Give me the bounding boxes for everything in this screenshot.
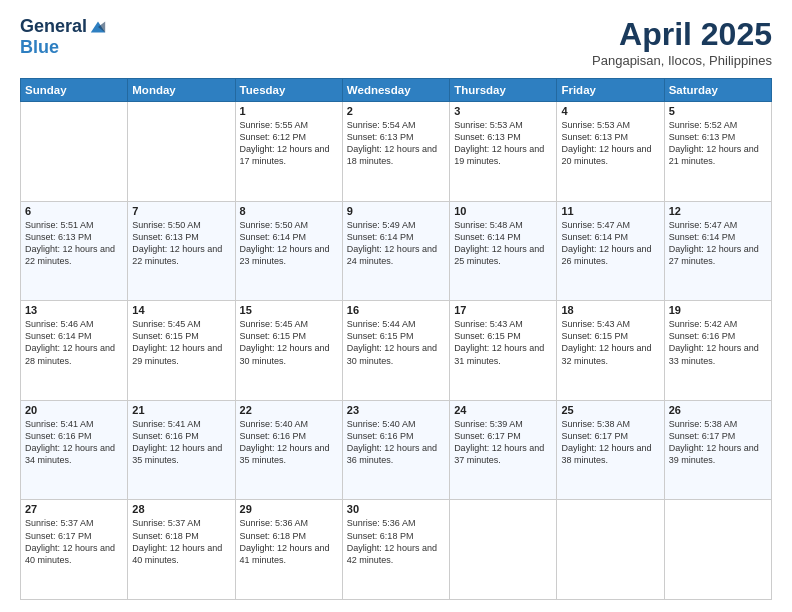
calendar-cell: 3Sunrise: 5:53 AM Sunset: 6:13 PM Daylig… — [450, 102, 557, 202]
day-number: 2 — [347, 105, 445, 117]
day-number: 21 — [132, 404, 230, 416]
day-info: Sunrise: 5:46 AM Sunset: 6:14 PM Dayligh… — [25, 318, 123, 367]
day-info: Sunrise: 5:37 AM Sunset: 6:18 PM Dayligh… — [132, 517, 230, 566]
day-number: 16 — [347, 304, 445, 316]
day-info: Sunrise: 5:42 AM Sunset: 6:16 PM Dayligh… — [669, 318, 767, 367]
calendar-cell: 28Sunrise: 5:37 AM Sunset: 6:18 PM Dayli… — [128, 500, 235, 600]
col-tuesday: Tuesday — [235, 79, 342, 102]
calendar-cell: 18Sunrise: 5:43 AM Sunset: 6:15 PM Dayli… — [557, 301, 664, 401]
day-info: Sunrise: 5:38 AM Sunset: 6:17 PM Dayligh… — [561, 418, 659, 467]
calendar-cell: 17Sunrise: 5:43 AM Sunset: 6:15 PM Dayli… — [450, 301, 557, 401]
calendar-cell: 22Sunrise: 5:40 AM Sunset: 6:16 PM Dayli… — [235, 400, 342, 500]
logo: General Blue — [20, 16, 107, 58]
calendar-cell — [21, 102, 128, 202]
calendar-cell — [450, 500, 557, 600]
day-info: Sunrise: 5:52 AM Sunset: 6:13 PM Dayligh… — [669, 119, 767, 168]
day-info: Sunrise: 5:47 AM Sunset: 6:14 PM Dayligh… — [669, 219, 767, 268]
calendar-cell: 29Sunrise: 5:36 AM Sunset: 6:18 PM Dayli… — [235, 500, 342, 600]
calendar-table: Sunday Monday Tuesday Wednesday Thursday… — [20, 78, 772, 600]
day-number: 1 — [240, 105, 338, 117]
calendar-cell: 21Sunrise: 5:41 AM Sunset: 6:16 PM Dayli… — [128, 400, 235, 500]
day-number: 20 — [25, 404, 123, 416]
calendar-cell: 19Sunrise: 5:42 AM Sunset: 6:16 PM Dayli… — [664, 301, 771, 401]
calendar-cell — [664, 500, 771, 600]
calendar-cell: 26Sunrise: 5:38 AM Sunset: 6:17 PM Dayli… — [664, 400, 771, 500]
calendar-week-4: 20Sunrise: 5:41 AM Sunset: 6:16 PM Dayli… — [21, 400, 772, 500]
calendar-cell: 24Sunrise: 5:39 AM Sunset: 6:17 PM Dayli… — [450, 400, 557, 500]
col-sunday: Sunday — [21, 79, 128, 102]
day-info: Sunrise: 5:51 AM Sunset: 6:13 PM Dayligh… — [25, 219, 123, 268]
month-title: April 2025 — [592, 16, 772, 53]
day-info: Sunrise: 5:54 AM Sunset: 6:13 PM Dayligh… — [347, 119, 445, 168]
day-info: Sunrise: 5:40 AM Sunset: 6:16 PM Dayligh… — [240, 418, 338, 467]
calendar-cell: 5Sunrise: 5:52 AM Sunset: 6:13 PM Daylig… — [664, 102, 771, 202]
calendar-cell: 30Sunrise: 5:36 AM Sunset: 6:18 PM Dayli… — [342, 500, 449, 600]
day-number: 12 — [669, 205, 767, 217]
day-info: Sunrise: 5:44 AM Sunset: 6:15 PM Dayligh… — [347, 318, 445, 367]
location-subtitle: Pangapisan, Ilocos, Philippines — [592, 53, 772, 68]
day-info: Sunrise: 5:37 AM Sunset: 6:17 PM Dayligh… — [25, 517, 123, 566]
day-number: 10 — [454, 205, 552, 217]
day-number: 17 — [454, 304, 552, 316]
day-info: Sunrise: 5:40 AM Sunset: 6:16 PM Dayligh… — [347, 418, 445, 467]
calendar-cell: 15Sunrise: 5:45 AM Sunset: 6:15 PM Dayli… — [235, 301, 342, 401]
calendar-cell: 25Sunrise: 5:38 AM Sunset: 6:17 PM Dayli… — [557, 400, 664, 500]
col-monday: Monday — [128, 79, 235, 102]
page: General Blue April 2025 Pangapisan, Iloc… — [0, 0, 792, 612]
day-info: Sunrise: 5:43 AM Sunset: 6:15 PM Dayligh… — [454, 318, 552, 367]
col-thursday: Thursday — [450, 79, 557, 102]
calendar-cell: 9Sunrise: 5:49 AM Sunset: 6:14 PM Daylig… — [342, 201, 449, 301]
day-number: 19 — [669, 304, 767, 316]
col-friday: Friday — [557, 79, 664, 102]
day-number: 11 — [561, 205, 659, 217]
day-number: 15 — [240, 304, 338, 316]
calendar-cell: 13Sunrise: 5:46 AM Sunset: 6:14 PM Dayli… — [21, 301, 128, 401]
calendar-cell: 11Sunrise: 5:47 AM Sunset: 6:14 PM Dayli… — [557, 201, 664, 301]
day-number: 28 — [132, 503, 230, 515]
day-number: 27 — [25, 503, 123, 515]
logo-general: General — [20, 16, 87, 37]
calendar-cell: 10Sunrise: 5:48 AM Sunset: 6:14 PM Dayli… — [450, 201, 557, 301]
calendar-cell: 14Sunrise: 5:45 AM Sunset: 6:15 PM Dayli… — [128, 301, 235, 401]
day-info: Sunrise: 5:43 AM Sunset: 6:15 PM Dayligh… — [561, 318, 659, 367]
day-number: 13 — [25, 304, 123, 316]
day-number: 24 — [454, 404, 552, 416]
day-number: 3 — [454, 105, 552, 117]
day-info: Sunrise: 5:41 AM Sunset: 6:16 PM Dayligh… — [132, 418, 230, 467]
calendar-cell: 12Sunrise: 5:47 AM Sunset: 6:14 PM Dayli… — [664, 201, 771, 301]
day-number: 8 — [240, 205, 338, 217]
day-info: Sunrise: 5:55 AM Sunset: 6:12 PM Dayligh… — [240, 119, 338, 168]
day-info: Sunrise: 5:41 AM Sunset: 6:16 PM Dayligh… — [25, 418, 123, 467]
day-info: Sunrise: 5:36 AM Sunset: 6:18 PM Dayligh… — [240, 517, 338, 566]
day-number: 29 — [240, 503, 338, 515]
day-number: 14 — [132, 304, 230, 316]
day-info: Sunrise: 5:45 AM Sunset: 6:15 PM Dayligh… — [132, 318, 230, 367]
logo-blue: Blue — [20, 37, 59, 58]
calendar-cell: 7Sunrise: 5:50 AM Sunset: 6:13 PM Daylig… — [128, 201, 235, 301]
calendar-week-2: 6Sunrise: 5:51 AM Sunset: 6:13 PM Daylig… — [21, 201, 772, 301]
day-number: 25 — [561, 404, 659, 416]
title-block: April 2025 Pangapisan, Ilocos, Philippin… — [592, 16, 772, 68]
header: General Blue April 2025 Pangapisan, Iloc… — [20, 16, 772, 68]
calendar-cell: 27Sunrise: 5:37 AM Sunset: 6:17 PM Dayli… — [21, 500, 128, 600]
day-number: 6 — [25, 205, 123, 217]
day-info: Sunrise: 5:50 AM Sunset: 6:14 PM Dayligh… — [240, 219, 338, 268]
day-info: Sunrise: 5:36 AM Sunset: 6:18 PM Dayligh… — [347, 517, 445, 566]
day-info: Sunrise: 5:50 AM Sunset: 6:13 PM Dayligh… — [132, 219, 230, 268]
calendar-cell: 16Sunrise: 5:44 AM Sunset: 6:15 PM Dayli… — [342, 301, 449, 401]
day-number: 5 — [669, 105, 767, 117]
calendar-cell: 6Sunrise: 5:51 AM Sunset: 6:13 PM Daylig… — [21, 201, 128, 301]
day-info: Sunrise: 5:38 AM Sunset: 6:17 PM Dayligh… — [669, 418, 767, 467]
calendar-cell: 23Sunrise: 5:40 AM Sunset: 6:16 PM Dayli… — [342, 400, 449, 500]
calendar-cell: 4Sunrise: 5:53 AM Sunset: 6:13 PM Daylig… — [557, 102, 664, 202]
calendar-cell: 8Sunrise: 5:50 AM Sunset: 6:14 PM Daylig… — [235, 201, 342, 301]
calendar-cell — [557, 500, 664, 600]
day-number: 7 — [132, 205, 230, 217]
day-number: 9 — [347, 205, 445, 217]
calendar-week-5: 27Sunrise: 5:37 AM Sunset: 6:17 PM Dayli… — [21, 500, 772, 600]
day-info: Sunrise: 5:39 AM Sunset: 6:17 PM Dayligh… — [454, 418, 552, 467]
day-number: 23 — [347, 404, 445, 416]
day-info: Sunrise: 5:48 AM Sunset: 6:14 PM Dayligh… — [454, 219, 552, 268]
day-number: 26 — [669, 404, 767, 416]
day-info: Sunrise: 5:45 AM Sunset: 6:15 PM Dayligh… — [240, 318, 338, 367]
